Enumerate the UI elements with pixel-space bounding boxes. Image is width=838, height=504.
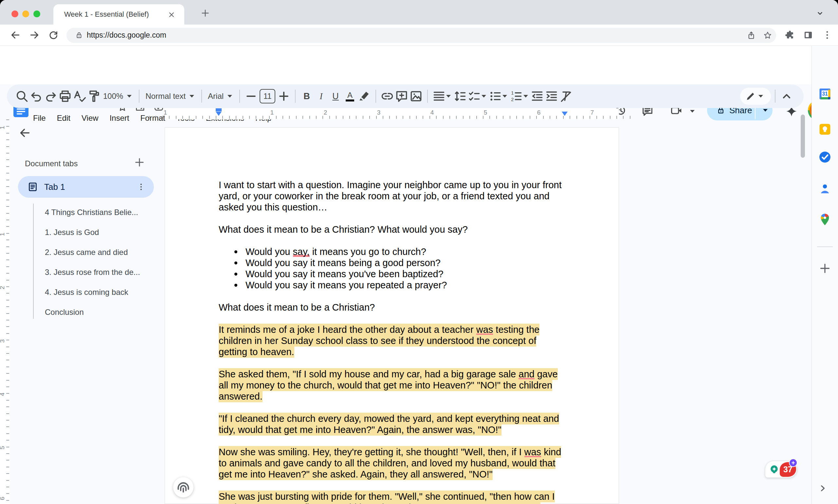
paint-format-icon[interactable] (87, 89, 101, 104)
spellcheck-icon[interactable] (72, 89, 87, 104)
bulleted-list-dropdown-icon[interactable] (502, 95, 507, 97)
paragraph: She was just bursting with pride for the… (219, 491, 566, 504)
pen-icon (745, 90, 756, 102)
paragraph: She asked them, "If I sold my house and … (219, 368, 566, 402)
decrease-font-size-icon[interactable] (244, 89, 258, 104)
outline-item-4[interactable]: 3. Jesus rose from the de... (45, 262, 153, 282)
share-page-icon[interactable] (747, 31, 756, 40)
hide-menus-chevron-icon[interactable] (780, 89, 794, 104)
editing-mode-button[interactable] (740, 88, 771, 105)
window-close-button[interactable] (12, 11, 18, 17)
browser-tab[interactable]: Week 1 - Essential (Belief) (53, 4, 184, 24)
zoom-select[interactable]: 100% (101, 92, 135, 101)
ruler-number: 7 (590, 109, 594, 116)
outline-item-5[interactable]: 4. Jesus is coming back (45, 282, 153, 302)
keep-icon[interactable] (818, 122, 832, 137)
show-side-panel-chevron-icon[interactable] (817, 483, 828, 493)
comment-icon[interactable] (394, 89, 409, 104)
font-size-input[interactable]: 11 (260, 89, 275, 104)
increase-font-size-icon[interactable] (277, 89, 291, 104)
toolbar-divider (239, 90, 240, 103)
extensions-puzzle-icon[interactable] (784, 30, 796, 40)
body-text: Would you say it means you repeated a pr… (246, 280, 447, 290)
link-icon[interactable] (380, 89, 394, 104)
outline-item-6[interactable]: Conclusion (45, 302, 153, 322)
window-minimize-button[interactable] (22, 11, 29, 17)
tab-options-kebab-icon[interactable] (136, 182, 146, 192)
docs-toolbar: 100%Normal textArial11BIUA12 (7, 85, 804, 108)
indent-icon[interactable] (545, 89, 559, 104)
tasks-icon[interactable] (818, 150, 832, 164)
document-text[interactable]: I want to start with a question. Imagine… (219, 179, 566, 504)
forward-icon[interactable] (29, 30, 40, 40)
image-icon[interactable] (409, 89, 423, 104)
highlighted-text: "If I cleaned the church every day, mowe… (219, 413, 559, 436)
undo-icon[interactable] (29, 89, 43, 104)
body-text: Would you (246, 247, 293, 257)
italic-icon[interactable]: I (314, 89, 328, 104)
dropdown-arrow-icon (228, 95, 232, 97)
outline-item-2[interactable]: 1. Jesus is God (45, 222, 153, 242)
outline-item-3[interactable]: 2. Jesus came and died (45, 242, 153, 262)
right-indent-marker[interactable] (562, 112, 568, 116)
outline-item-1[interactable]: 4 Things Christians Belie... (45, 202, 153, 222)
document-page[interactable]: I want to start with a question. Imagine… (165, 127, 619, 504)
styles-select[interactable]: Normal text (143, 92, 197, 101)
print-icon[interactable] (58, 89, 72, 104)
side-panel-icon[interactable] (803, 30, 814, 40)
add-tab-icon[interactable] (133, 157, 145, 168)
numbered-list-icon[interactable]: 12 (509, 89, 523, 104)
align-dropdown-icon[interactable] (446, 95, 451, 97)
checklist-dropdown-icon[interactable] (482, 95, 486, 97)
font-select[interactable]: Arial (206, 92, 235, 101)
clear-formatting-icon[interactable] (559, 89, 573, 104)
outdent-icon[interactable] (530, 89, 545, 104)
active-tab-label: Tab 1 (44, 182, 65, 192)
address-bar[interactable]: https://docs.google.com (67, 28, 776, 43)
contacts-icon[interactable] (818, 182, 832, 196)
search-icon[interactable] (15, 89, 29, 104)
redo-icon[interactable] (43, 89, 58, 104)
new-tab-icon[interactable] (200, 8, 210, 18)
line-spacing-icon[interactable] (453, 89, 467, 104)
vertical-ruler[interactable]: 1123456 (0, 120, 10, 504)
ruler-number: 2 (0, 286, 6, 290)
browser-menu-kebab-icon[interactable] (822, 30, 833, 40)
tab-search-chevron-icon[interactable] (816, 9, 824, 18)
calendar-icon[interactable]: 31 (818, 87, 832, 101)
numbered-list-dropdown-icon[interactable] (523, 95, 528, 97)
ruler-number: 1 (270, 109, 274, 116)
document-scrollbar-thumb[interactable] (801, 114, 805, 158)
grammar-suggestion-text: say, (293, 247, 310, 257)
bulleted-list-icon[interactable] (488, 89, 502, 104)
browser-nav-bar: https://docs.google.com (0, 24, 838, 46)
left-indent-marker[interactable] (216, 112, 221, 116)
horizontal-ruler[interactable]: 11234567 (10, 108, 805, 120)
window-zoom-button[interactable] (33, 11, 40, 17)
bold-icon[interactable]: B (300, 89, 314, 104)
get-addons-plus-icon[interactable] (818, 262, 832, 275)
close-tabs-panel-arrow-icon[interactable] (18, 126, 32, 140)
back-icon[interactable] (10, 30, 21, 40)
paragraph: Now she was smiling. Hey, they're gettin… (219, 446, 566, 480)
first-line-indent-marker[interactable] (216, 108, 221, 111)
paragraph: What does it mean to be a Christian? (219, 302, 566, 313)
text-color-icon[interactable]: A (343, 89, 357, 104)
reload-icon[interactable] (48, 30, 59, 40)
paragraph: It reminds me of a joke I heard the othe… (219, 324, 566, 357)
tab-close-icon[interactable] (167, 11, 176, 19)
checklist-icon[interactable] (467, 89, 482, 104)
align-icon[interactable] (432, 89, 446, 104)
extension-suggestions-pill[interactable]: 37 + (765, 461, 797, 478)
maps-icon[interactable] (818, 212, 832, 227)
zoom-select-value: 100% (101, 92, 125, 101)
toolbar-divider (295, 90, 296, 103)
underline-icon[interactable]: U (328, 89, 343, 104)
fingerprint-widget-button[interactable] (173, 477, 194, 498)
bullet-list: Would you say, it means you go to church… (219, 246, 566, 291)
bookmark-star-icon[interactable] (763, 31, 772, 40)
url-text: https://docs.google.com (87, 31, 166, 40)
highlight-color-icon[interactable] (357, 89, 372, 104)
ruler-number: 5 (0, 446, 6, 450)
sidebar-tab-1[interactable]: Tab 1 (18, 176, 154, 198)
